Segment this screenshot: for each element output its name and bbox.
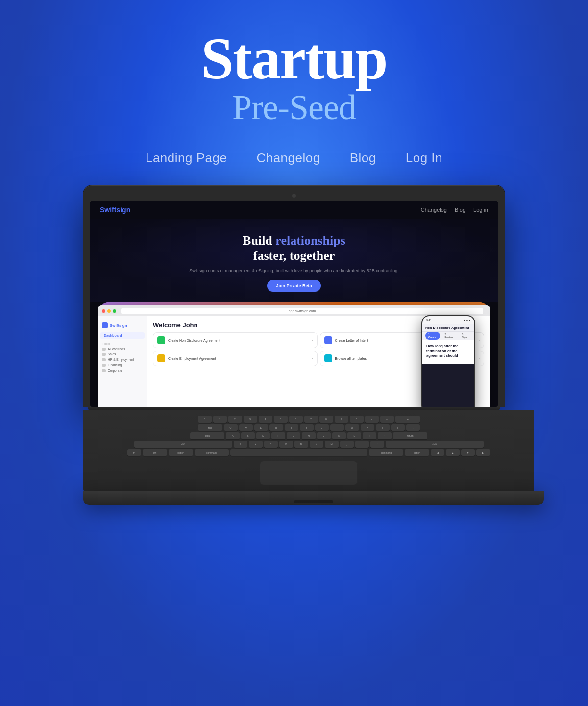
nav-changelog[interactable]: Changelog	[256, 151, 320, 166]
key-semi: ;	[363, 432, 376, 439]
key-s: S	[241, 432, 255, 439]
key-option: option	[169, 449, 193, 456]
camera-bar	[90, 192, 498, 199]
laptop-screen-outer: Swiftsign Changelog Blog Log in Build re…	[83, 185, 505, 407]
phone-icons: ▲ ● ■	[463, 319, 470, 322]
browser-url-bar[interactable]: app.swiftsign.com	[121, 308, 483, 314]
laptop-base	[83, 491, 544, 505]
key-t: T	[285, 424, 298, 431]
key-y: Y	[300, 424, 314, 431]
keyboard-row-qwerty: tab Q W E R T Y U I O P [ ] \	[93, 424, 524, 431]
key-l: L	[347, 432, 361, 439]
key-p: P	[361, 424, 374, 431]
key-backtick: `	[198, 416, 212, 423]
key-lshift: shift	[134, 441, 232, 448]
sidebar-dashboard[interactable]: Dashboard	[100, 332, 145, 339]
sidebar-sales[interactable]: Sales	[98, 352, 147, 357]
key-3: 3	[244, 416, 257, 423]
nav-landing-page[interactable]: Landing Page	[146, 151, 227, 166]
letter-icon	[324, 336, 332, 344]
key-e: E	[254, 424, 268, 431]
key-option-r: option	[405, 449, 429, 456]
browse-icon	[324, 354, 332, 362]
key-up: ▲	[446, 449, 460, 456]
folder-icon	[102, 358, 106, 361]
key-f: F	[271, 432, 285, 439]
brand-icon	[102, 322, 108, 328]
laptop-body: Swiftsign Changelog Blog Log in Build re…	[83, 185, 505, 505]
sidebar-folder-label: Folder +	[98, 339, 147, 346]
key-j: J	[317, 432, 331, 439]
camera-dot	[292, 194, 296, 198]
key-6: 6	[289, 416, 303, 423]
keyboard-rows: ` 1 2 3 4 5 6 7 8 9 0 - = del	[93, 416, 524, 456]
hero-highlight-text: relationships	[275, 233, 345, 248]
inner-browser: app.swiftsign.com Swiftsign Dashboard	[98, 305, 490, 407]
action-card-employment[interactable]: Create Employment Agreement ›	[153, 351, 318, 366]
phone-step-create[interactable]: 1. Create	[425, 332, 440, 340]
key-n: N	[310, 441, 323, 448]
phone-doc-title: Non Disclosure Agreement	[425, 326, 469, 329]
keyboard-row-asdf: caps A S D F G H J K L ; ' return	[93, 432, 524, 439]
touchpad[interactable]	[260, 461, 358, 485]
main-nav: Landing Page Changelog Blog Log In	[146, 151, 442, 166]
laptop-screen: Swiftsign Changelog Blog Log in Build re…	[90, 201, 498, 407]
dashboard-area: app.swiftsign.com Swiftsign Dashboard	[90, 302, 498, 407]
key-g: G	[287, 432, 300, 439]
keyboard-row-bottom: fn ctrl option command command option ◀ …	[93, 449, 524, 456]
app-nav-links: Changelog Blog Log in	[421, 207, 488, 213]
key-1: 1	[213, 416, 227, 423]
app-inner-window: Swiftsign Dashboard Folder +	[98, 316, 490, 407]
app-nav-changelog[interactable]: Changelog	[421, 207, 447, 213]
key-4: 4	[259, 416, 272, 423]
sidebar-all-contracts[interactable]: All contracts	[98, 346, 147, 352]
app-hero-subtitle: Swiftsign contract management & eSigning…	[100, 268, 488, 275]
key-rbracket: ]	[391, 424, 405, 431]
hero-title: Startup	[201, 29, 387, 88]
arrow-icon: ›	[478, 338, 480, 343]
app-nav-login[interactable]: Log in	[473, 207, 488, 213]
key-2: 2	[228, 416, 242, 423]
key-r: R	[270, 424, 283, 431]
folder-icon	[102, 353, 106, 356]
key-u: U	[315, 424, 329, 431]
folder-icon	[102, 369, 106, 372]
key-a: A	[226, 432, 240, 439]
join-beta-button[interactable]: Join Private Beta	[267, 280, 320, 292]
nda-icon	[157, 336, 165, 344]
key-right: ▶	[476, 449, 490, 456]
action-card-nda[interactable]: Create Non Disclosure Agreement ›	[153, 332, 318, 348]
phone-step-review[interactable]: 2. Review	[442, 332, 457, 340]
sidebar-financing[interactable]: Financing	[98, 362, 147, 368]
key-d: D	[256, 432, 270, 439]
sidebar-brand: Swiftsign	[98, 320, 147, 332]
key-return: return	[393, 432, 427, 439]
app-navbar: Swiftsign Changelog Blog Log in	[90, 201, 498, 219]
app-hero-section: Build relationships faster, together Swi…	[90, 219, 498, 302]
key-quote: '	[378, 432, 392, 439]
sidebar-hr[interactable]: HR & Employment	[98, 357, 147, 362]
phone-time: 9:41	[426, 319, 432, 322]
hero-rest-text: faster, together	[253, 249, 335, 263]
nav-login[interactable]: Log In	[406, 151, 442, 166]
arrow-icon: ›	[312, 338, 313, 343]
key-tab: tab	[198, 424, 222, 431]
key-lbracket: [	[376, 424, 390, 431]
keyboard-row-numbers: ` 1 2 3 4 5 6 7 8 9 0 - = del	[93, 416, 524, 423]
key-space	[230, 449, 368, 456]
hero-subtitle: Pre-Seed	[201, 88, 387, 127]
key-c: C	[264, 441, 278, 448]
app-hero-title: Build relationships faster, together	[100, 233, 488, 263]
app-nav-blog[interactable]: Blog	[455, 207, 466, 213]
key-down: ▼	[461, 449, 475, 456]
key-h: H	[302, 432, 316, 439]
key-9: 9	[335, 416, 348, 423]
key-slash: /	[370, 441, 384, 448]
key-ctrl: ctrl	[143, 449, 167, 456]
sidebar-corporate[interactable]: Corporate	[98, 368, 147, 373]
nav-blog[interactable]: Blog	[350, 151, 376, 166]
hero-plain-text: Build	[243, 233, 275, 248]
key-fn: fn	[127, 449, 141, 456]
hero-section: Startup Pre-Seed	[201, 29, 387, 127]
phone-step-sign[interactable]: 3. Sign	[459, 332, 471, 340]
